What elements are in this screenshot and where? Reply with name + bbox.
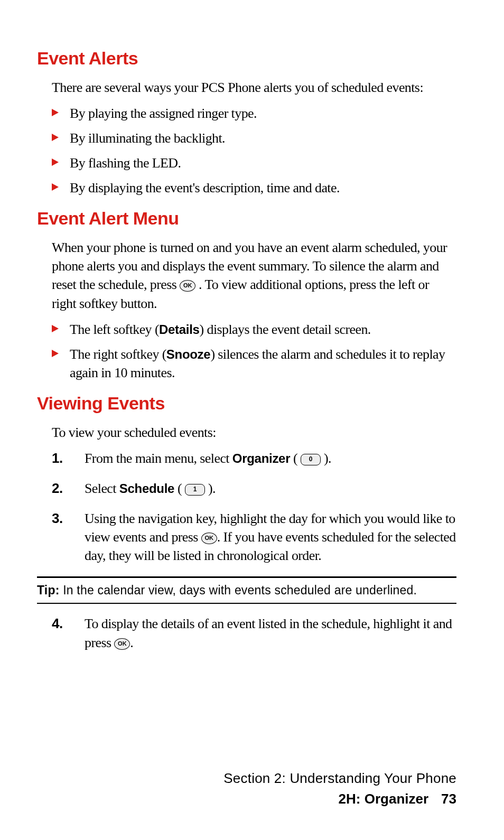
- text: Select: [85, 481, 119, 496]
- softkey-list: The left softkey (Details) displays the …: [52, 320, 456, 382]
- intro-paragraph: There are several ways your PCS Phone al…: [52, 78, 456, 97]
- page-footer: Section 2: Understanding Your Phone 2H: …: [223, 769, 456, 808]
- intro-paragraph: To view your scheduled events:: [52, 423, 456, 442]
- text: ) displays the event detail screen.: [200, 322, 371, 337]
- tip-box: Tip: In the calendar view, days with eve…: [37, 576, 456, 604]
- text: .: [130, 635, 133, 650]
- list-item: By illuminating the backlight.: [52, 129, 456, 147]
- footer-section: Section 2: Understanding Your Phone: [223, 769, 456, 788]
- step-list-continued: To display the details of an event liste…: [52, 614, 456, 651]
- heading-viewing-events: Viewing Events: [37, 391, 456, 416]
- list-item: The left softkey (Details) displays the …: [52, 320, 456, 339]
- bold-word: Organizer: [232, 451, 290, 465]
- key-1-icon: 1: [185, 484, 205, 496]
- list-item: By displaying the event's description, t…: [52, 179, 456, 197]
- step-list: From the main menu, select Organizer ( 0…: [52, 449, 456, 565]
- bold-word: Schedule: [119, 481, 174, 496]
- ok-button-icon: OK: [114, 638, 130, 650]
- text: (: [174, 481, 185, 496]
- ok-button-icon: OK: [201, 533, 217, 544]
- bold-word: Details: [159, 322, 200, 337]
- text: To display the details of an event liste…: [85, 616, 452, 650]
- ok-button-icon: OK: [180, 280, 195, 292]
- text: The left softkey (: [70, 322, 159, 337]
- paragraph: When your phone is turned on and you hav…: [52, 238, 456, 312]
- text: From the main menu, select: [85, 451, 232, 466]
- heading-event-alert-menu: Event Alert Menu: [37, 207, 456, 231]
- step-item: From the main menu, select Organizer ( 0…: [52, 449, 456, 468]
- list-item: The right softkey (Snooze) silences the …: [52, 345, 456, 382]
- step-item: Select Schedule ( 1 ).: [52, 479, 456, 498]
- text: The right softkey (: [70, 347, 166, 362]
- heading-event-alerts: Event Alerts: [37, 46, 456, 71]
- bold-word: Snooze: [166, 347, 211, 361]
- alert-list: By playing the assigned ringer type. By …: [52, 104, 456, 197]
- tip-label: Tip:: [37, 583, 60, 597]
- tip-text: In the calendar view, days with events s…: [60, 583, 417, 597]
- list-item: By playing the assigned ringer type.: [52, 104, 456, 123]
- text: ).: [321, 451, 331, 466]
- text: (: [290, 451, 301, 466]
- key-0-icon: 0: [301, 454, 321, 465]
- footer-sub: 2H: Organizer73: [223, 790, 456, 808]
- list-item: By flashing the LED.: [52, 154, 456, 172]
- text: ).: [205, 481, 216, 496]
- step-item: To display the details of an event liste…: [52, 614, 456, 651]
- footer-chapter: 2H: Organizer: [339, 791, 429, 807]
- step-item: Using the navigation key, highlight the …: [52, 509, 456, 565]
- page-number: 73: [441, 791, 456, 807]
